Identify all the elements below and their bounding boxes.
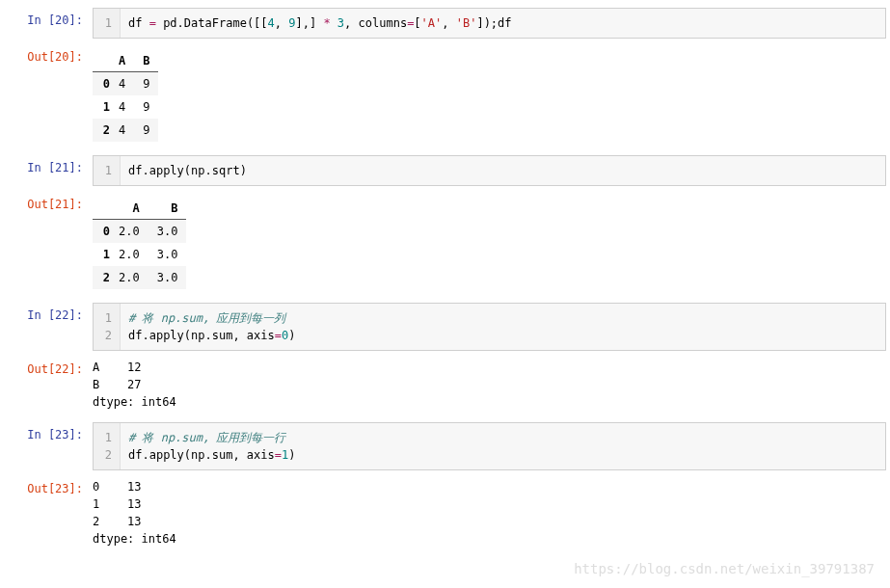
code-token [331, 16, 337, 30]
row-index: 0 [93, 72, 110, 96]
code-token: apply [149, 164, 184, 177]
code-token: , [275, 16, 288, 30]
code-token: df [128, 16, 149, 30]
output-body: 0 13 1 13 2 13 dtype: int64 [93, 476, 886, 553]
table-cell: 4 [110, 119, 134, 142]
table-cell: 9 [134, 95, 158, 119]
code-token: # 将 np.sum, 应用到每一行 [128, 431, 285, 444]
output-cell: Out[20]:AB049149249 [4, 44, 886, 149]
table-row: 049 [93, 72, 158, 96]
output-body: AB02.03.012.03.022.03.0 [93, 192, 886, 297]
in-prompt: In [23]: [4, 422, 93, 441]
code-body[interactable]: df.apply(np.sqrt) [121, 156, 885, 185]
code-token: . [177, 16, 184, 30]
table-header: B [134, 50, 158, 72]
line-number: 1 [101, 14, 112, 32]
output-body: AB049149249 [93, 44, 886, 149]
code-token: df [128, 329, 142, 342]
code-editor[interactable]: 1df = pd.DataFrame([[4, 9],] * 3, column… [93, 8, 886, 39]
watermark-text: https://blog.csdn.net/weixin_39791387 [574, 561, 875, 567]
input-cell: In [21]:1df.apply(np.sqrt) [4, 155, 886, 186]
code-token: pd [156, 16, 177, 30]
code-token: . [205, 164, 212, 177]
table-row: 02.03.0 [93, 220, 186, 244]
code-token: 'B' [456, 16, 477, 30]
row-index: 0 [93, 220, 110, 244]
code-token: sqrt [212, 164, 240, 177]
code-line[interactable]: df.apply(np.sqrt) [128, 162, 877, 179]
code-token: apply [149, 448, 184, 462]
code-token: DataFrame [184, 16, 247, 30]
table-cell: 3.0 [148, 266, 187, 289]
table-header: A [110, 50, 134, 72]
code-token: # 将 np.sum, 应用到每一列 [128, 311, 285, 325]
code-token: ) [288, 448, 295, 462]
series-output: A 12 B 27 dtype: int64 [93, 359, 886, 411]
row-index: 1 [93, 243, 110, 266]
table-cell: 4 [110, 95, 134, 119]
code-line[interactable]: df = pd.DataFrame([[4, 9],] * 3, columns… [128, 14, 877, 32]
code-token: df [128, 448, 142, 462]
input-cell: In [20]:1df = pd.DataFrame([[4, 9],] * 3… [4, 8, 886, 39]
code-editor[interactable]: 12# 将 np.sum, 应用到每一行df.apply(np.sum, axi… [93, 422, 886, 470]
code-token: , axis [232, 329, 274, 342]
code-line[interactable]: # 将 np.sum, 应用到每一行 [128, 429, 877, 446]
dataframe-table: AB02.03.012.03.022.03.0 [93, 198, 186, 289]
code-token: ( [184, 164, 191, 177]
line-number: 1 [101, 162, 112, 179]
code-editor[interactable]: 12# 将 np.sum, 应用到每一列df.apply(np.sum, axi… [93, 303, 886, 351]
input-cell: In [22]:12# 将 np.sum, 应用到每一列df.apply(np.… [4, 303, 886, 351]
code-token: ( [184, 448, 191, 462]
line-number: 1 [101, 309, 112, 327]
line-number-gutter: 12 [94, 423, 121, 469]
line-number-gutter: 1 [94, 9, 121, 38]
output-cell: Out[21]:AB02.03.012.03.022.03.0 [4, 192, 886, 297]
table-header: B [148, 198, 187, 220]
code-body[interactable]: df = pd.DataFrame([[4, 9],] * 3, columns… [121, 9, 885, 38]
out-prompt: Out[22]: [4, 357, 93, 376]
line-number-gutter: 12 [94, 304, 121, 350]
line-number: 2 [101, 327, 112, 344]
line-number: 1 [101, 429, 112, 446]
code-token: ]);df [476, 16, 511, 30]
code-token: np [191, 329, 204, 342]
code-token: [ [414, 16, 420, 30]
code-token: , axis [232, 448, 274, 462]
table-cell: 9 [134, 119, 158, 142]
table-cell: 4 [110, 72, 134, 96]
table-row: 22.03.0 [93, 266, 186, 289]
code-token: * [323, 16, 330, 30]
table-header [93, 198, 110, 220]
code-token: . [142, 164, 148, 177]
output-cell: Out[23]:0 13 1 13 2 13 dtype: int64 [4, 476, 886, 553]
in-prompt: In [20]: [4, 8, 93, 27]
out-prompt: Out[20]: [4, 44, 93, 64]
code-token: . [205, 329, 212, 342]
code-token: = [149, 16, 156, 30]
code-editor[interactable]: 1df.apply(np.sqrt) [93, 155, 886, 186]
in-prompt: In [21]: [4, 155, 93, 174]
code-token: sum [212, 329, 233, 342]
table-cell: 2.0 [110, 220, 148, 244]
table-header [93, 50, 110, 72]
code-line[interactable]: # 将 np.sum, 应用到每一列 [128, 309, 877, 327]
row-index: 2 [93, 119, 110, 142]
line-number: 2 [101, 446, 112, 464]
code-token: ],] [295, 16, 323, 30]
code-token: df [128, 164, 142, 177]
code-token: np [191, 164, 204, 177]
code-token: . [205, 448, 212, 462]
code-line[interactable]: df.apply(np.sum, axis=1) [128, 446, 877, 464]
table-header: A [110, 198, 148, 220]
code-body[interactable]: # 将 np.sum, 应用到每一列df.apply(np.sum, axis=… [121, 304, 885, 350]
output-body: A 12 B 27 dtype: int64 [93, 357, 886, 416]
row-index: 1 [93, 95, 110, 119]
code-body[interactable]: # 将 np.sum, 应用到每一行df.apply(np.sum, axis=… [121, 423, 885, 469]
input-cell: In [23]:12# 将 np.sum, 应用到每一行df.apply(np.… [4, 422, 886, 470]
out-prompt: Out[21]: [4, 192, 93, 211]
in-prompt: In [22]: [4, 303, 93, 322]
code-token: 4 [268, 16, 275, 30]
code-token: np [191, 448, 204, 462]
code-token: 'A' [421, 16, 443, 30]
code-line[interactable]: df.apply(np.sum, axis=0) [128, 327, 877, 344]
